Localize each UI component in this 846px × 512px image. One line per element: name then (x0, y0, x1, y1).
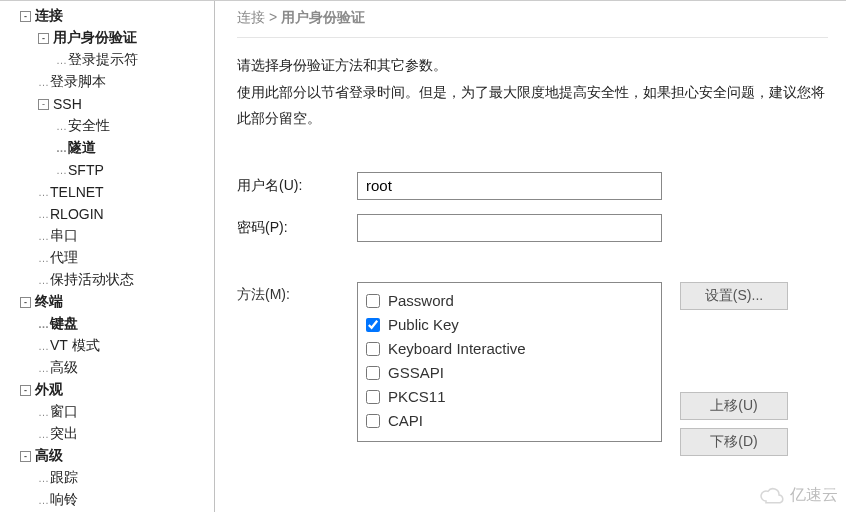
tree-item-label: 高级 (35, 447, 63, 465)
tree-item[interactable]: …登录提示符 (4, 49, 214, 71)
method-option[interactable]: Public Key (366, 313, 653, 337)
tree-item-label: 隧道 (68, 139, 96, 157)
tree-leaf-icon: … (38, 318, 48, 330)
method-row: 方法(M): PasswordPublic KeyKeyboard Intera… (237, 282, 828, 456)
tree-item[interactable]: …TELNET (4, 181, 214, 203)
tree-item[interactable]: …隧道 (4, 137, 214, 159)
method-option[interactable]: GSSAPI (366, 361, 653, 385)
method-checkbox[interactable] (366, 414, 380, 428)
tree-leaf-icon: … (38, 274, 48, 286)
tree-item-label: 登录提示符 (68, 51, 138, 69)
username-label: 用户名(U): (237, 177, 357, 195)
tree-item-label: RLOGIN (50, 206, 104, 222)
tree-item[interactable]: …安全性 (4, 115, 214, 137)
method-checkbox[interactable] (366, 294, 380, 308)
collapse-icon[interactable]: - (20, 297, 31, 308)
tree-item[interactable]: -用户身份验证 (4, 27, 214, 49)
tree-item-label: SFTP (68, 162, 104, 178)
tree-item-label: 高级 (50, 359, 78, 377)
method-checkbox[interactable] (366, 390, 380, 404)
tree-item[interactable]: …代理 (4, 247, 214, 269)
tree-item[interactable]: -外观 (4, 379, 214, 401)
tree-item-label: 窗口 (50, 403, 78, 421)
collapse-icon[interactable]: - (20, 385, 31, 396)
tree-item[interactable]: …保持活动状态 (4, 269, 214, 291)
tree-item[interactable]: …串口 (4, 225, 214, 247)
tree-item-label: 登录脚本 (50, 73, 106, 91)
tree-item[interactable]: -连接 (4, 5, 214, 27)
method-option[interactable]: Password (366, 289, 653, 313)
method-option[interactable]: PKCS11 (366, 385, 653, 409)
tree-item[interactable]: …响铃 (4, 489, 214, 511)
tree-item[interactable]: …突出 (4, 423, 214, 445)
tree-item-label: 保持活动状态 (50, 271, 134, 289)
tree-item-label: 串口 (50, 227, 78, 245)
tree-item[interactable]: -高级 (4, 445, 214, 467)
collapse-icon[interactable]: - (20, 451, 31, 462)
tree-leaf-icon: … (56, 54, 66, 66)
tree-item[interactable]: …SFTP (4, 159, 214, 181)
description: 请选择身份验证方法和其它参数。 使用此部分以节省登录时间。但是，为了最大限度地提… (237, 52, 828, 132)
tree-item[interactable]: …登录脚本 (4, 71, 214, 93)
tree-leaf-icon: … (56, 164, 66, 176)
breadcrumb-current: 用户身份验证 (281, 9, 365, 25)
tree-item-label: TELNET (50, 184, 104, 200)
tree-item[interactable]: -SSH (4, 93, 214, 115)
method-option-label: Public Key (388, 316, 459, 333)
breadcrumb-root: 连接 (237, 9, 265, 25)
method-option[interactable]: Keyboard Interactive (366, 337, 653, 361)
breadcrumb: 连接 > 用户身份验证 (237, 7, 828, 38)
tree-item[interactable]: …高级 (4, 357, 214, 379)
main-panel: 连接 > 用户身份验证 请选择身份验证方法和其它参数。 使用此部分以节省登录时间… (215, 1, 846, 512)
collapse-icon[interactable]: - (38, 99, 49, 110)
method-side-buttons: 设置(S)... 上移(U) 下移(D) (680, 282, 788, 456)
tree-leaf-icon: … (38, 252, 48, 264)
tree-item[interactable]: …键盘 (4, 313, 214, 335)
collapse-icon[interactable]: - (38, 33, 49, 44)
method-option-label: Keyboard Interactive (388, 340, 526, 357)
watermark-text: 亿速云 (790, 485, 838, 506)
tree-item-label: 跟踪 (50, 469, 78, 487)
method-option-label: CAPI (388, 412, 423, 429)
tree-item[interactable]: …跟踪 (4, 467, 214, 489)
breadcrumb-sep: > (269, 9, 277, 25)
move-up-button[interactable]: 上移(U) (680, 392, 788, 420)
tree-leaf-icon: … (56, 142, 66, 154)
tree-item-label: 突出 (50, 425, 78, 443)
method-option[interactable]: CAPI (366, 409, 653, 433)
tree-item[interactable]: …窗口 (4, 401, 214, 423)
method-checkbox[interactable] (366, 318, 380, 332)
tree-item-label: 安全性 (68, 117, 110, 135)
tree-item-label: 外观 (35, 381, 63, 399)
tree-leaf-icon: … (38, 76, 48, 88)
tree-item[interactable]: …VT 模式 (4, 335, 214, 357)
password-row: 密码(P): (237, 214, 828, 242)
method-option-label: Password (388, 292, 454, 309)
method-listbox[interactable]: PasswordPublic KeyKeyboard InteractiveGS… (357, 282, 662, 442)
tree-leaf-icon: … (38, 230, 48, 242)
settings-button[interactable]: 设置(S)... (680, 282, 788, 310)
password-input[interactable] (357, 214, 662, 242)
tree-leaf-icon: … (38, 472, 48, 484)
tree-item-label: VT 模式 (50, 337, 100, 355)
tree-leaf-icon: … (38, 362, 48, 374)
tree-item-label: 代理 (50, 249, 78, 267)
settings-window: -连接-用户身份验证…登录提示符…登录脚本-SSH…安全性…隧道…SFTP…TE… (0, 0, 846, 512)
description-line2: 使用此部分以节省登录时间。但是，为了最大限度地提高安全性，如果担心安全问题，建议… (237, 79, 828, 132)
move-down-button[interactable]: 下移(D) (680, 428, 788, 456)
tree-item-label: SSH (53, 96, 82, 112)
method-checkbox[interactable] (366, 342, 380, 356)
tree-leaf-icon: … (38, 208, 48, 220)
tree-item[interactable]: -终端 (4, 291, 214, 313)
username-input[interactable] (357, 172, 662, 200)
tree-item-label: 连接 (35, 7, 63, 25)
method-option-label: PKCS11 (388, 388, 446, 405)
tree-item[interactable]: …RLOGIN (4, 203, 214, 225)
tree-item-label: 键盘 (50, 315, 78, 333)
collapse-icon[interactable]: - (20, 11, 31, 22)
tree-leaf-icon: … (38, 406, 48, 418)
password-label: 密码(P): (237, 219, 357, 237)
watermark: 亿速云 (758, 485, 838, 506)
tree-item-label: 终端 (35, 293, 63, 311)
method-checkbox[interactable] (366, 366, 380, 380)
